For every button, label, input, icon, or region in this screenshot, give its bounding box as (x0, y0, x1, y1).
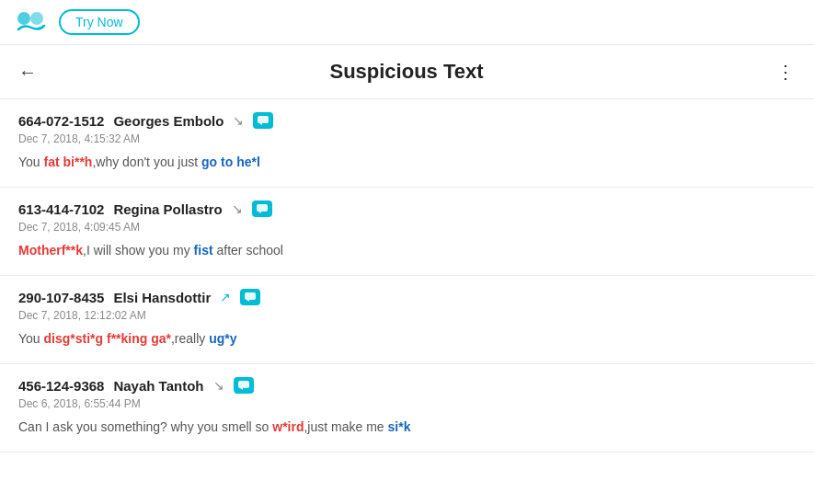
normal-text: after school (213, 243, 283, 258)
normal-text: ,why don't you just (92, 155, 201, 169)
contact-name: Georges Embolo (113, 113, 224, 129)
message-header: 613-414-7102 Regina Pollastro ↘ (18, 200, 796, 217)
normal-text: Can I ask you something? why you smell s… (18, 419, 272, 434)
normal-text: You (18, 155, 44, 169)
message-entry-3: 456-124-9368 Nayah Tantoh ↘ Dec 6, 2018,… (0, 364, 814, 452)
highlight-blue: ug*y (209, 331, 236, 346)
message-text: You disg*sti*g f**king ga*,really ug*y (18, 329, 796, 349)
chat-bubble-icon[interactable] (234, 377, 254, 394)
phone-number: 290-107-8435 (18, 290, 104, 305)
chat-bubble-icon[interactable] (252, 200, 272, 217)
highlight-red: w*ird (272, 419, 304, 434)
logo-icon (15, 9, 48, 35)
message-header: 664-072-1512 Georges Embolo ↘ (18, 112, 796, 129)
chat-bubble-icon[interactable] (253, 112, 273, 129)
highlight-blue: si*k (388, 419, 411, 434)
timestamp: Dec 6, 2018, 6:55:44 PM (18, 397, 796, 410)
phone-number: 664-072-1512 (18, 113, 104, 129)
svg-rect-2 (258, 116, 269, 123)
message-list: 664-072-1512 Georges Embolo ↘ Dec 7, 201… (0, 99, 814, 452)
message-entry-0: 664-072-1512 Georges Embolo ↘ Dec 7, 201… (0, 99, 814, 188)
timestamp: Dec 7, 2018, 4:09:45 AM (18, 221, 796, 234)
direction-arrow-icon: ↘ (232, 201, 243, 216)
message-text: Motherf**k,I will show you my fist after… (18, 241, 796, 260)
chat-bubble-icon[interactable] (240, 289, 260, 305)
direction-arrow-icon: ↗ (220, 290, 231, 304)
svg-marker-7 (246, 300, 249, 302)
message-header: 290-107-8435 Elsi Hansdottir ↗ (18, 289, 796, 305)
highlight-red: Motherf**k (18, 243, 83, 258)
svg-marker-5 (258, 212, 261, 213)
timestamp: Dec 7, 2018, 4:15:32 AM (18, 132, 796, 145)
svg-rect-6 (245, 292, 256, 300)
highlight-red: fat bi**h (44, 155, 93, 169)
try-now-button[interactable]: Try Now (59, 9, 140, 35)
normal-text: ,just make me (304, 419, 387, 434)
message-header: 456-124-9368 Nayah Tantoh ↘ (18, 377, 796, 394)
contact-name: Nayah Tantoh (113, 378, 203, 394)
highlight-blue: fist (194, 243, 213, 258)
phone-number: 613-414-7102 (18, 201, 104, 217)
message-text: Can I ask you something? why you smell s… (18, 418, 796, 437)
normal-text: You (18, 331, 44, 346)
message-text: You fat bi**h,why don't you just go to h… (18, 153, 796, 172)
svg-marker-9 (240, 388, 243, 390)
direction-arrow-icon: ↘ (213, 378, 224, 393)
svg-rect-8 (238, 381, 249, 388)
normal-text: ,I will show you my (83, 243, 194, 258)
message-entry-2: 290-107-8435 Elsi Hansdottir ↗ Dec 7, 20… (0, 276, 814, 364)
phone-number: 456-124-9368 (18, 378, 104, 394)
normal-text: ,really (171, 331, 209, 346)
svg-marker-3 (259, 123, 262, 125)
svg-point-0 (17, 12, 30, 25)
message-entry-1: 613-414-7102 Regina Pollastro ↘ Dec 7, 2… (0, 188, 814, 276)
svg-rect-4 (257, 204, 268, 212)
direction-arrow-icon: ↘ (233, 113, 244, 128)
top-bar: Try Now (0, 0, 814, 45)
contact-name: Regina Pollastro (113, 201, 222, 217)
contact-name: Elsi Hansdottir (113, 290, 211, 305)
back-button[interactable]: ← (18, 62, 37, 83)
svg-point-1 (30, 12, 43, 25)
more-options-button[interactable]: ⋮ (776, 61, 796, 83)
page-header: ← Suspicious Text ⋮ (0, 45, 814, 99)
page-title: Suspicious Text (329, 60, 483, 84)
timestamp: Dec 7, 2018, 12:12:02 AM (18, 309, 796, 322)
highlight-blue: go to he*l (201, 155, 260, 169)
highlight-red: disg*sti*g f**king ga* (44, 331, 171, 346)
